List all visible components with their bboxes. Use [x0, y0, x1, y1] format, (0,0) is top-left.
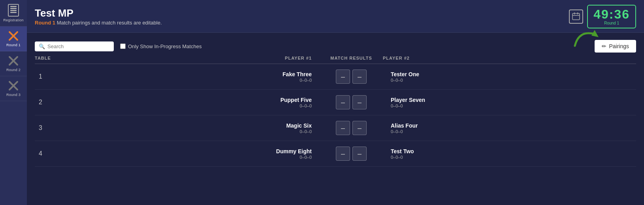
player2-cell: Alias Four 0–0–0 [383, 122, 636, 134]
match-btn-right[interactable]: – [352, 121, 367, 135]
matches-table: TABLE PLAYER #1 MATCH RESULTS PLAYER #2 … [35, 53, 636, 167]
match-btn-left[interactable]: – [336, 95, 350, 109]
pencil-icon: ✏ [602, 43, 606, 49]
timer-round-label: Round 1 [593, 21, 630, 25]
sidebar-item-label: Round 2 [6, 68, 21, 72]
round3-icon [8, 80, 19, 91]
table-row: 4 Dummy Eight 0–0–0 – – Test Two 0–0–0 [35, 141, 636, 167]
col-player1: PLAYER #1 [66, 56, 320, 60]
sidebar-item-label: Round 3 [6, 93, 21, 97]
player1-record: 0–0–0 [66, 155, 312, 160]
timer-icon [569, 9, 583, 24]
player1-record: 0–0–0 [66, 78, 312, 83]
table-body: 1 Fake Three 0–0–0 – – Tester One 0–0–0 … [35, 64, 636, 167]
registration-icon [8, 4, 19, 17]
player2-record: 0–0–0 [391, 155, 636, 160]
player2-cell: Player Seven 0–0–0 [383, 97, 636, 108]
sidebar: Registration Round 1 Round 2 Round 3 [0, 0, 27, 205]
player1-name: Puppet Five [66, 97, 312, 103]
sidebar-item-round3[interactable]: Round 3 [0, 76, 27, 101]
match-result-cell: – – [320, 70, 383, 84]
match-result-cell: – – [320, 147, 383, 161]
checkbox-label-text: Only Show In-Progress Matches [128, 43, 201, 49]
round1-icon [8, 30, 19, 41]
player2-record: 0–0–0 [391, 129, 636, 134]
player1-cell: Dummy Eight 0–0–0 [66, 148, 320, 160]
player1-cell: Magic Six 0–0–0 [66, 122, 320, 134]
search-icon: 🔍 [39, 43, 45, 49]
player1-cell: Puppet Five 0–0–0 [66, 97, 320, 108]
match-btn-right[interactable]: – [352, 70, 367, 84]
match-btn-left[interactable]: – [336, 121, 350, 135]
player2-name: Test Two [391, 148, 636, 154]
svg-rect-0 [572, 13, 580, 20]
match-btn-left[interactable]: – [336, 70, 350, 84]
in-progress-filter[interactable]: Only Show In-Progress Matches [120, 43, 201, 49]
table-row: 1 Fake Three 0–0–0 – – Tester One 0–0–0 [35, 64, 636, 90]
sidebar-item-registration[interactable]: Registration [0, 0, 27, 26]
table-row: 2 Puppet Five 0–0–0 – – Player Seven 0–0… [35, 90, 636, 115]
match-btn-left[interactable]: – [336, 147, 350, 161]
table-row: 3 Magic Six 0–0–0 – – Alias Four 0–0–0 [35, 115, 636, 141]
player2-name: Tester One [391, 71, 636, 77]
player1-name: Fake Three [66, 71, 312, 77]
pairings-label: Pairings [609, 43, 629, 49]
round-label: Round 1 [35, 20, 55, 26]
in-progress-checkbox[interactable] [120, 43, 126, 49]
round2-icon [8, 55, 19, 66]
sidebar-item-label: Registration [3, 18, 24, 22]
col-table: TABLE [35, 56, 66, 60]
header-subtitle: Round 1 Match pairings and match results… [35, 20, 162, 26]
search-box[interactable]: 🔍 [35, 41, 114, 51]
sidebar-item-round2[interactable]: Round 2 [0, 51, 27, 76]
sidebar-item-round1[interactable]: Round 1 [0, 26, 27, 51]
header: Test MP Round 1 Match pairings and match… [27, 0, 644, 33]
page-title: Test MP [35, 8, 162, 19]
player1-name: Dummy Eight [66, 148, 312, 154]
main-content: Test MP Round 1 Match pairings and match… [27, 0, 644, 205]
toolbar: 🔍 Only Show In-Progress Matches ✏ Pairin… [35, 40, 636, 53]
timer-value: 49:36 [593, 8, 630, 21]
player2-record: 0–0–0 [391, 103, 636, 108]
match-btn-right[interactable]: – [352, 95, 367, 109]
player2-record: 0–0–0 [391, 78, 636, 83]
match-result-cell: – – [320, 95, 383, 109]
table-header: TABLE PLAYER #1 MATCH RESULTS PLAYER #2 [35, 53, 636, 64]
timer-box: 49:36 Round 1 [587, 5, 636, 28]
col-player2: PLAYER #2 [383, 56, 636, 60]
timer-area: 49:36 Round 1 [569, 5, 636, 28]
pairings-button[interactable]: ✏ Pairings [595, 40, 636, 53]
table-num: 4 [35, 150, 66, 157]
header-left: Test MP Round 1 Match pairings and match… [35, 8, 162, 26]
player1-cell: Fake Three 0–0–0 [66, 71, 320, 83]
subtitle-text: Match pairings and match results are edi… [57, 20, 162, 26]
player1-record: 0–0–0 [66, 103, 312, 108]
player1-record: 0–0–0 [66, 129, 312, 134]
player2-name: Alias Four [391, 122, 636, 129]
table-num: 1 [35, 73, 66, 80]
search-input[interactable] [47, 43, 110, 49]
col-match: MATCH RESULTS [320, 56, 383, 60]
player1-name: Magic Six [66, 122, 312, 129]
content-area: 🔍 Only Show In-Progress Matches ✏ Pairin… [27, 33, 644, 205]
player2-cell: Test Two 0–0–0 [383, 148, 636, 160]
player2-cell: Tester One 0–0–0 [383, 71, 636, 83]
sidebar-item-label: Round 1 [6, 43, 21, 47]
player2-name: Player Seven [391, 97, 636, 103]
table-num: 2 [35, 99, 66, 106]
match-btn-right[interactable]: – [352, 147, 367, 161]
match-result-cell: – – [320, 121, 383, 135]
table-num: 3 [35, 124, 66, 132]
